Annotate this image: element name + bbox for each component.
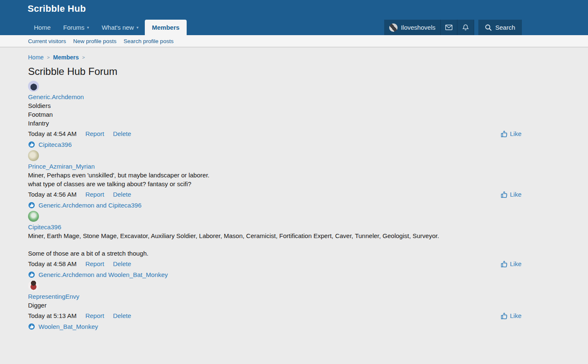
post-meta-row: Today at 4:54 AM Report Delete Like — [28, 129, 521, 138]
like-button[interactable]: Like — [501, 129, 521, 138]
current-username: Iloveshovels — [401, 24, 436, 31]
thumbs-up-icon — [501, 131, 507, 137]
nav-tab-whats-new[interactable]: What's new ▾ — [95, 20, 145, 35]
thumbs-up-icon — [501, 313, 507, 319]
like-label: Like — [510, 190, 521, 199]
avatar[interactable] — [28, 81, 39, 92]
subnav-new-profile-posts[interactable]: New profile posts — [73, 38, 117, 44]
post-text-line: Infantry — [28, 119, 521, 128]
breadcrumb: Home > Members > — [28, 54, 521, 61]
nav-tab-forums[interactable]: Forums ▾ — [57, 20, 95, 35]
reaction-users-link[interactable]: Generic.Archdemon and Woolen_Bat_Monkey — [39, 270, 168, 279]
avatar[interactable] — [28, 280, 39, 291]
bell-icon — [462, 24, 469, 31]
like-reaction-icon — [28, 141, 35, 148]
like-label: Like — [510, 129, 521, 138]
post-timestamp[interactable]: Today at 4:58 AM — [28, 259, 77, 268]
chevron-down-icon: ▾ — [87, 25, 89, 30]
report-link[interactable]: Report — [85, 311, 104, 320]
breadcrumb-home[interactable]: Home — [28, 54, 44, 61]
post-text-line: Digger — [28, 301, 521, 310]
like-button[interactable]: Like — [501, 311, 521, 320]
profile-post: Cipiteca396 Miner, Earth Mage, Stone Mag… — [28, 211, 521, 279]
reactions-row: Generic.Archdemon and Cipiteca396 — [28, 201, 521, 210]
main-content: Home > Members > Scribble Hub Forum Gene… — [28, 47, 521, 364]
post-timestamp[interactable]: Today at 4:54 AM — [28, 129, 77, 138]
post-timestamp[interactable]: Today at 5:13 AM — [28, 311, 77, 320]
nav-members-label: Members — [152, 24, 180, 31]
like-reaction-icon — [28, 271, 35, 278]
post-text-line: Miner, Earth Mage, Stone Mage, Excavator… — [28, 231, 521, 240]
like-label: Like — [510, 311, 521, 320]
post-meta-row: Today at 4:58 AM Report Delete Like — [28, 259, 521, 268]
like-reaction-icon — [28, 202, 35, 209]
post-text-line: Soldiers — [28, 101, 521, 110]
delete-link[interactable]: Delete — [113, 129, 131, 138]
profile-post: RepresentingEnvy Digger Today at 5:13 AM… — [28, 280, 521, 331]
thumbs-up-icon — [501, 191, 507, 198]
report-link[interactable]: Report — [85, 190, 104, 199]
post-text-line: Some of those are a bit of a stretch tho… — [28, 249, 521, 258]
search-icon — [485, 24, 492, 31]
account-menu-button[interactable]: Iloveshovels — [384, 20, 441, 35]
alerts-button[interactable] — [457, 20, 474, 35]
post-author-link[interactable]: RepresentingEnvy — [28, 292, 80, 301]
reactions-row: Cipiteca396 — [28, 140, 521, 149]
like-button[interactable]: Like — [501, 259, 521, 268]
report-link[interactable]: Report — [85, 259, 104, 268]
post-meta-row: Today at 4:56 AM Report Delete Like — [28, 190, 521, 199]
nav-tab-members[interactable]: Members — [145, 20, 187, 35]
reactions-row: Woolen_Bat_Monkey — [28, 322, 521, 331]
header-spacer — [474, 20, 478, 35]
post-author-link[interactable]: Generic.Archdemon — [28, 92, 84, 101]
nav-whats-new-label: What's new — [102, 24, 134, 31]
post-text-line: what type of classes are we talking abou… — [28, 179, 521, 188]
subnav-search-profile-posts[interactable]: Search profile posts — [123, 38, 173, 44]
delete-link[interactable]: Delete — [113, 259, 131, 268]
subnav-current-visitors[interactable]: Current visitors — [28, 38, 66, 44]
like-button[interactable]: Like — [501, 190, 521, 199]
main-nav: Home Forums ▾ What's new ▾ Members — [28, 20, 187, 35]
nav-forums-label: Forums — [63, 24, 85, 31]
reactions-row: Generic.Archdemon and Woolen_Bat_Monkey — [28, 270, 521, 279]
thumbs-up-icon — [501, 261, 507, 267]
search-button[interactable]: Search — [478, 20, 522, 35]
nav-tab-home[interactable]: Home — [28, 20, 57, 35]
members-subnav: Current visitors New profile posts Searc… — [0, 35, 588, 47]
chevron-right-icon: > — [82, 55, 85, 60]
post-text-line: Footman — [28, 110, 521, 119]
post-author-link[interactable]: Cipiteca396 — [28, 223, 61, 231]
chevron-right-icon: > — [47, 55, 49, 60]
profile-post: Prince_Azmiran_Myrian Miner, Perhaps eve… — [28, 150, 521, 210]
nav-home-label: Home — [34, 24, 51, 31]
reaction-users-link[interactable]: Woolen_Bat_Monkey — [39, 322, 98, 331]
reaction-users-link[interactable]: Generic.Archdemon and Cipiteca396 — [39, 201, 141, 210]
site-header: Scribble Hub Home Forums ▾ What's new ▾ … — [0, 0, 588, 35]
post-timestamp[interactable]: Today at 4:56 AM — [28, 190, 77, 199]
site-logo[interactable]: Scribble Hub — [28, 3, 86, 14]
report-link[interactable]: Report — [85, 129, 104, 138]
avatar[interactable] — [28, 211, 39, 222]
post-author-link[interactable]: Prince_Azmiran_Myrian — [28, 162, 95, 171]
inbox-button[interactable] — [441, 20, 457, 35]
post-text-line — [28, 240, 521, 249]
delete-link[interactable]: Delete — [113, 190, 131, 199]
reaction-users-link[interactable]: Cipiteca396 — [39, 140, 72, 149]
profile-post: Generic.Archdemon Soldiers Footman Infan… — [28, 81, 521, 149]
breadcrumb-members[interactable]: Members — [53, 54, 79, 61]
post-text-line: Miner, Perhaps even 'unskilled', but may… — [28, 171, 521, 179]
delete-link[interactable]: Delete — [113, 311, 131, 320]
avatar[interactable] — [28, 150, 39, 161]
envelope-icon — [445, 25, 452, 30]
like-label: Like — [510, 259, 521, 268]
like-reaction-icon — [28, 323, 35, 330]
user-avatar — [389, 23, 398, 32]
page-title: Scribble Hub Forum — [28, 65, 521, 78]
search-label: Search — [495, 24, 515, 31]
chevron-down-icon: ▾ — [136, 25, 139, 30]
header-actions: Iloveshovels — [384, 20, 522, 35]
post-meta-row: Today at 5:13 AM Report Delete Like — [28, 311, 521, 320]
